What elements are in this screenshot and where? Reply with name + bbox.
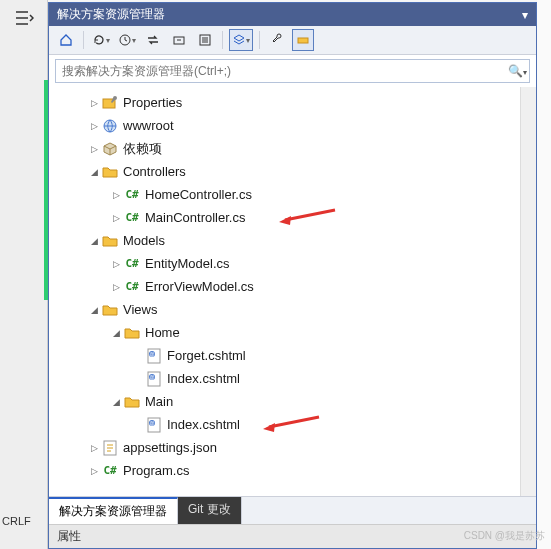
tree-item-label: EntityModel.cs [145,256,230,271]
tree-item-label: Program.cs [123,463,189,478]
collapse-button[interactable] [168,29,190,51]
folder-icon [123,394,141,410]
tab-git-changes[interactable]: Git 更改 [178,497,242,524]
tree-item[interactable]: ◢Home [49,321,536,344]
tree-item[interactable]: ◢Controllers [49,160,536,183]
folder-icon [101,164,119,180]
swap-button[interactable] [142,29,164,51]
tree-item[interactable]: ▷C#ErrorViewModel.cs [49,275,536,298]
tree-item-label: Views [123,302,157,317]
tree-item-label: wwwroot [123,118,174,133]
expand-chevron-icon[interactable]: ▷ [87,96,101,110]
svg-rect-3 [298,38,308,43]
tree-item[interactable]: ▷C#EntityModel.cs [49,252,536,275]
expand-chevron-icon[interactable]: ◢ [87,165,101,179]
cs-icon: C# [123,256,141,272]
tree-item[interactable]: ◢Models [49,229,536,252]
folder-icon [101,302,119,318]
panel-titlebar[interactable]: 解决方案资源管理器 ▾ [49,3,536,26]
cs-icon: C# [123,210,141,226]
tree-item-label: Home [145,325,180,340]
expand-chevron-icon[interactable]: ▷ [87,464,101,478]
tree-item-label: MainController.cs [145,210,245,225]
separator [222,31,223,49]
change-indicator [44,80,48,300]
tab-solution-explorer[interactable]: 解决方案资源管理器 [49,497,178,524]
tree-item[interactable]: @Index.cshtml [49,367,536,390]
folder-icon [101,233,119,249]
watermark: CSDN @我是苏苏 [464,529,545,543]
expand-chevron-icon[interactable]: ▷ [87,142,101,156]
tree-item-label: Controllers [123,164,186,179]
expand-chevron-icon [131,372,145,386]
line-ending-indicator: CRLF [2,515,31,527]
history-button[interactable]: ▾ [116,29,138,51]
svg-text:@: @ [149,374,154,380]
expand-chevron-icon[interactable]: ◢ [87,234,101,248]
tree-item-label: appsettings.json [123,440,217,455]
wrench-icon [101,95,119,111]
cs-icon: C# [101,463,119,479]
search-input[interactable] [56,60,505,82]
folder-icon [123,325,141,341]
solution-tree[interactable]: ▷Properties▷wwwroot▷依赖项◢Controllers▷C#Ho… [49,87,536,496]
cshtml-icon: @ [145,371,163,387]
pin-icon[interactable]: ▾ [522,8,528,22]
refresh-button[interactable]: ▾ [90,29,112,51]
tree-item[interactable]: @Forget.cshtml [49,344,536,367]
scrollbar[interactable] [520,87,536,496]
tree-item-label: Main [145,394,173,409]
tree-item-label: Index.cshtml [167,417,240,432]
tree-item[interactable]: ◢Main [49,390,536,413]
panel-tabs: 解决方案资源管理器 Git 更改 [49,496,536,524]
tree-item[interactable]: ▷C#Program.cs [49,459,536,482]
tree-item[interactable]: ▷依赖项 [49,137,536,160]
indent-icon[interactable] [8,6,40,30]
box-icon [101,141,119,157]
assoc-button[interactable] [292,29,314,51]
cs-icon: C# [123,279,141,295]
search-box[interactable]: 🔍▾ [55,59,530,83]
separator [259,31,260,49]
separator [83,31,84,49]
tree-item[interactable]: ▷C#MainController.cs [49,206,536,229]
cs-icon: C# [123,187,141,203]
expand-chevron-icon[interactable]: ▷ [87,441,101,455]
props-button[interactable] [194,29,216,51]
expand-chevron-icon[interactable]: ▷ [109,211,123,225]
json-icon [101,440,119,456]
collapsed-panel-edge[interactable] [537,0,551,549]
svg-text:@: @ [149,420,154,426]
tree-item[interactable]: ◢Views [49,298,536,321]
view-button[interactable]: ▾ [229,29,253,51]
expand-chevron-icon[interactable]: ▷ [87,119,101,133]
expand-chevron-icon[interactable]: ▷ [109,257,123,271]
tree-item[interactable]: ▷Properties [49,91,536,114]
expand-chevron-icon [131,349,145,363]
expand-chevron-icon[interactable]: ◢ [87,303,101,317]
expand-chevron-icon [131,418,145,432]
cshtml-icon: @ [145,348,163,364]
tree-item[interactable]: ▷wwwroot [49,114,536,137]
expand-chevron-icon[interactable]: ◢ [109,326,123,340]
tree-item-label: Properties [123,95,182,110]
tree-item[interactable]: ▷appsettings.json [49,436,536,459]
wrench-button[interactable] [266,29,288,51]
tree-item[interactable]: @Index.cshtml [49,413,536,436]
expand-chevron-icon[interactable]: ▷ [109,280,123,294]
tree-item-label: 依赖项 [123,140,162,158]
home-button[interactable] [55,29,77,51]
svg-text:@: @ [149,351,154,357]
tree-item[interactable]: ▷C#HomeController.cs [49,183,536,206]
search-icon[interactable]: 🔍▾ [505,64,529,78]
tree-item-label: ErrorViewModel.cs [145,279,254,294]
expand-chevron-icon[interactable]: ◢ [109,395,123,409]
tree-item-label: Forget.cshtml [167,348,246,363]
tree-item-label: Models [123,233,165,248]
cshtml-icon: @ [145,417,163,433]
expand-chevron-icon[interactable]: ▷ [109,188,123,202]
globe-icon [101,118,119,134]
tree-item-label: HomeController.cs [145,187,252,202]
tree-item-label: Index.cshtml [167,371,240,386]
panel-title: 解决方案资源管理器 [57,6,165,23]
